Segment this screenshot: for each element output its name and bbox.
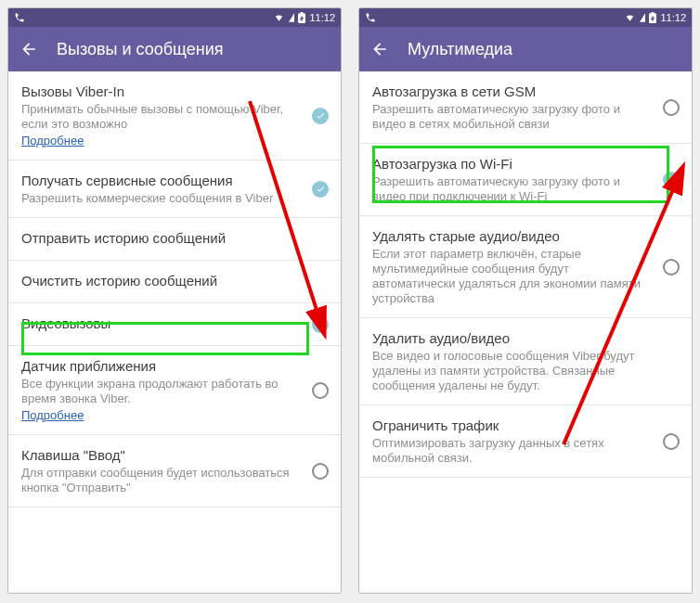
phone-left: 11:12 Вызовы и сообщения Вызовы Viber-In… [7, 7, 342, 594]
screen-title: Вызовы и сообщения [57, 40, 223, 59]
back-arrow-icon[interactable] [19, 40, 38, 58]
item-subtitle: Если этот параметр включён, старые мульт… [372, 247, 642, 306]
battery-icon [649, 12, 656, 23]
radio-off-icon[interactable] [663, 259, 680, 276]
item-title: Датчик приближения [21, 357, 291, 375]
item-subtitle: Разрешить коммерческие сообщения в Viber [21, 191, 291, 206]
settings-item[interactable]: Отправить историю сообщений [8, 218, 341, 261]
checkbox-on-icon[interactable] [312, 316, 329, 333]
item-subtitle: Все видео и голосовые сообщения Viber бу… [372, 349, 642, 393]
item-title: Вызовы Viber-In [21, 83, 291, 100]
battery-icon [298, 12, 305, 23]
item-subtitle: Оптимизировать загрузку данных в сетях м… [372, 436, 642, 466]
signal-icon [640, 13, 645, 22]
back-arrow-icon[interactable] [370, 40, 389, 58]
radio-off-icon[interactable] [663, 433, 680, 450]
wifi-icon [624, 13, 636, 22]
item-title: Очистить историю сообщений [21, 272, 291, 289]
settings-item[interactable]: Автозагрузка в сети GSMРазрешить автомат… [359, 71, 692, 144]
item-title: Автозагрузка в сети GSM [372, 83, 642, 100]
checkbox-on-icon[interactable] [312, 108, 329, 124]
phone-right: 11:12 Мультимедиа Автозагрузка в сети GS… [358, 7, 693, 594]
settings-item[interactable]: Удалять старые аудио/видеоЕсли этот пара… [359, 216, 692, 318]
item-link[interactable]: Подробнее [21, 134, 84, 148]
checkbox-on-icon[interactable] [663, 172, 680, 188]
settings-item[interactable]: Очистить историю сообщений [8, 261, 341, 303]
statusbar: 11:12 [359, 8, 692, 27]
signal-icon [289, 13, 294, 22]
settings-item[interactable]: Автозагрузка по Wi-FiРазрешить автоматич… [359, 144, 692, 216]
radio-off-icon[interactable] [663, 99, 680, 116]
item-subtitle: Для отправки сообщения будет использоват… [21, 466, 291, 495]
settings-item[interactable]: Получать сервисные сообщенияРазрешить ко… [8, 160, 341, 218]
item-title: Ограничить трафик [372, 417, 642, 434]
appbar: Мультимедиа [359, 27, 692, 71]
settings-item[interactable]: Клавиша "Ввод"Для отправки сообщения буд… [8, 435, 341, 507]
item-link[interactable]: Подробнее [21, 408, 84, 422]
radio-off-icon[interactable] [312, 463, 329, 480]
radio-off-icon[interactable] [312, 382, 329, 399]
settings-item[interactable]: Удалить аудио/видеоВсе видео и голосовые… [359, 318, 692, 405]
item-title: Удалять старые аудио/видео [372, 227, 642, 245]
wifi-icon [273, 13, 285, 22]
item-subtitle: Принимать обычные вызовы с помощью Viber… [21, 102, 291, 132]
item-subtitle: Все функции экрана продолжают работать в… [21, 377, 291, 406]
clock: 11:12 [309, 12, 335, 23]
settings-list: Вызовы Viber-InПринимать обычные вызовы … [8, 71, 341, 507]
appbar: Вызовы и сообщения [8, 27, 341, 71]
viber-icon [365, 12, 376, 23]
item-title: Получать сервисные сообщения [21, 172, 291, 189]
checkbox-on-icon[interactable] [312, 181, 329, 198]
item-title: Автозагрузка по Wi-Fi [372, 155, 642, 173]
item-title: Удалить аудио/видео [372, 329, 642, 347]
settings-item[interactable]: Датчик приближенияВсе функции экрана про… [8, 346, 341, 435]
statusbar: 11:12 [8, 8, 341, 27]
clock: 11:12 [660, 12, 686, 23]
item-subtitle: Разрешить автоматическую загрузку фото и… [372, 174, 642, 204]
settings-item[interactable]: Вызовы Viber-InПринимать обычные вызовы … [8, 71, 341, 160]
item-title: Клавиша "Ввод" [21, 446, 291, 464]
settings-item[interactable]: Видеовызовы [8, 303, 341, 346]
settings-item[interactable]: Ограничить трафикОптимизировать загрузку… [359, 405, 692, 478]
screen-title: Мультимедиа [408, 40, 512, 59]
item-title: Видеовызовы [21, 314, 291, 332]
item-subtitle: Разрешить автоматическую загрузку фото и… [372, 102, 642, 132]
item-title: Отправить историю сообщений [21, 229, 291, 247]
viber-icon [14, 12, 25, 23]
settings-list: Автозагрузка в сети GSMРазрешить автомат… [359, 71, 692, 478]
